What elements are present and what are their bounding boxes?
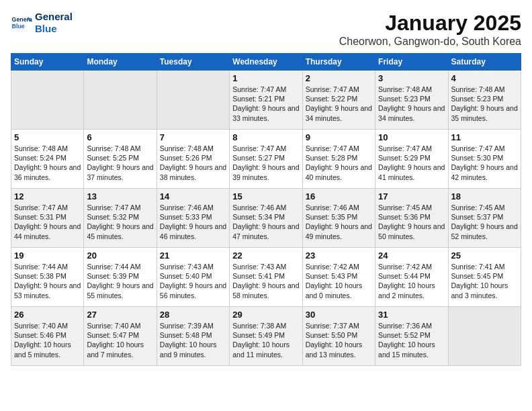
calendar-cell: 20Sunrise: 7:44 AM Sunset: 5:39 PM Dayli… [84, 248, 157, 307]
day-number: 11 [451, 132, 518, 142]
day-number: 18 [451, 191, 518, 201]
calendar-cell: 30Sunrise: 7:37 AM Sunset: 5:50 PM Dayli… [302, 307, 375, 366]
day-number: 31 [378, 310, 445, 320]
calendar-cell: 12Sunrise: 7:47 AM Sunset: 5:31 PM Dayli… [11, 189, 84, 248]
day-info: Sunrise: 7:36 AM Sunset: 5:52 PM Dayligh… [378, 321, 445, 359]
day-info: Sunrise: 7:42 AM Sunset: 5:44 PM Dayligh… [378, 262, 445, 300]
day-info: Sunrise: 7:43 AM Sunset: 5:40 PM Dayligh… [160, 262, 226, 300]
location-subtitle: Cheorwon, Gangwon-do, South Korea [339, 36, 521, 48]
col-header-sunday: Sunday [11, 54, 84, 71]
col-header-saturday: Saturday [448, 54, 521, 71]
day-info: Sunrise: 7:38 AM Sunset: 5:49 PM Dayligh… [232, 321, 299, 359]
day-info: Sunrise: 7:39 AM Sunset: 5:48 PM Dayligh… [160, 321, 226, 359]
calendar-cell: 29Sunrise: 7:38 AM Sunset: 5:49 PM Dayli… [230, 307, 302, 366]
day-info: Sunrise: 7:47 AM Sunset: 5:28 PM Dayligh… [306, 144, 372, 182]
day-info: Sunrise: 7:44 AM Sunset: 5:39 PM Dayligh… [87, 262, 153, 300]
calendar-week-row: 19Sunrise: 7:44 AM Sunset: 5:38 PM Dayli… [11, 248, 521, 307]
calendar-cell: 28Sunrise: 7:39 AM Sunset: 5:48 PM Dayli… [157, 307, 229, 366]
calendar-cell: 5Sunrise: 7:48 AM Sunset: 5:24 PM Daylig… [11, 130, 84, 189]
calendar-cell: 22Sunrise: 7:43 AM Sunset: 5:41 PM Dayli… [230, 248, 302, 307]
calendar-week-row: 5Sunrise: 7:48 AM Sunset: 5:24 PM Daylig… [11, 130, 521, 189]
day-number: 19 [14, 250, 81, 261]
day-number: 8 [232, 132, 299, 142]
calendar-cell: 6Sunrise: 7:48 AM Sunset: 5:25 PM Daylig… [84, 130, 157, 189]
calendar-cell: 24Sunrise: 7:42 AM Sunset: 5:44 PM Dayli… [375, 248, 448, 307]
day-number: 17 [378, 191, 445, 201]
calendar-cell: 17Sunrise: 7:45 AM Sunset: 5:36 PM Dayli… [375, 189, 448, 248]
day-info: Sunrise: 7:48 AM Sunset: 5:23 PM Dayligh… [451, 85, 518, 123]
calendar-week-row: 26Sunrise: 7:40 AM Sunset: 5:46 PM Dayli… [11, 307, 521, 366]
day-number: 23 [306, 250, 372, 261]
calendar-cell [84, 71, 157, 130]
logo: General Blue General Blue [11, 11, 73, 35]
calendar-cell: 18Sunrise: 7:45 AM Sunset: 5:37 PM Dayli… [448, 189, 521, 248]
day-number: 3 [378, 73, 445, 83]
calendar-cell: 31Sunrise: 7:36 AM Sunset: 5:52 PM Dayli… [375, 307, 448, 366]
day-number: 7 [160, 132, 226, 142]
calendar-cell: 27Sunrise: 7:40 AM Sunset: 5:47 PM Dayli… [84, 307, 157, 366]
logo-line1: General [35, 11, 73, 23]
day-number: 24 [378, 250, 445, 261]
day-info: Sunrise: 7:42 AM Sunset: 5:43 PM Dayligh… [306, 262, 372, 300]
calendar-cell: 8Sunrise: 7:47 AM Sunset: 5:27 PM Daylig… [230, 130, 302, 189]
calendar-cell: 19Sunrise: 7:44 AM Sunset: 5:38 PM Dayli… [11, 248, 84, 307]
day-number: 12 [14, 191, 81, 201]
day-number: 20 [87, 250, 153, 261]
day-number: 28 [160, 310, 226, 320]
day-number: 13 [87, 191, 153, 201]
day-info: Sunrise: 7:47 AM Sunset: 5:22 PM Dayligh… [306, 85, 372, 123]
page-header: General Blue General Blue January 2025 C… [11, 11, 521, 48]
day-number: 30 [306, 310, 372, 320]
day-number: 25 [451, 250, 518, 261]
calendar-week-row: 1Sunrise: 7:47 AM Sunset: 5:21 PM Daylig… [11, 71, 521, 130]
calendar-cell: 25Sunrise: 7:41 AM Sunset: 5:45 PM Dayli… [448, 248, 521, 307]
calendar-cell: 26Sunrise: 7:40 AM Sunset: 5:46 PM Dayli… [11, 307, 84, 366]
calendar-cell: 10Sunrise: 7:47 AM Sunset: 5:29 PM Dayli… [375, 130, 448, 189]
day-number: 5 [14, 132, 81, 142]
logo-line2: Blue [35, 23, 73, 35]
day-info: Sunrise: 7:47 AM Sunset: 5:31 PM Dayligh… [14, 203, 81, 241]
day-info: Sunrise: 7:47 AM Sunset: 5:30 PM Dayligh… [451, 144, 518, 182]
day-info: Sunrise: 7:47 AM Sunset: 5:29 PM Dayligh… [378, 144, 445, 182]
calendar-cell: 16Sunrise: 7:46 AM Sunset: 5:35 PM Dayli… [302, 189, 375, 248]
day-number: 15 [232, 191, 299, 201]
calendar-cell: 1Sunrise: 7:47 AM Sunset: 5:21 PM Daylig… [230, 71, 302, 130]
calendar-table: SundayMondayTuesdayWednesdayThursdayFrid… [11, 53, 521, 366]
col-header-thursday: Thursday [302, 54, 375, 71]
calendar-cell [448, 307, 521, 366]
month-title: January 2025 [339, 11, 521, 36]
day-number: 29 [232, 310, 299, 320]
day-info: Sunrise: 7:45 AM Sunset: 5:36 PM Dayligh… [378, 203, 445, 241]
day-info: Sunrise: 7:37 AM Sunset: 5:50 PM Dayligh… [306, 321, 372, 359]
calendar-cell: 14Sunrise: 7:46 AM Sunset: 5:33 PM Dayli… [157, 189, 229, 248]
calendar-cell: 3Sunrise: 7:48 AM Sunset: 5:23 PM Daylig… [375, 71, 448, 130]
day-info: Sunrise: 7:48 AM Sunset: 5:25 PM Dayligh… [87, 144, 153, 182]
calendar-cell: 21Sunrise: 7:43 AM Sunset: 5:40 PM Dayli… [157, 248, 229, 307]
calendar-cell: 15Sunrise: 7:46 AM Sunset: 5:34 PM Dayli… [230, 189, 302, 248]
day-number: 2 [306, 73, 372, 83]
calendar-cell: 4Sunrise: 7:48 AM Sunset: 5:23 PM Daylig… [448, 71, 521, 130]
calendar-cell: 9Sunrise: 7:47 AM Sunset: 5:28 PM Daylig… [302, 130, 375, 189]
calendar-cell: 7Sunrise: 7:48 AM Sunset: 5:26 PM Daylig… [157, 130, 229, 189]
day-info: Sunrise: 7:47 AM Sunset: 5:32 PM Dayligh… [87, 203, 153, 241]
day-info: Sunrise: 7:43 AM Sunset: 5:41 PM Dayligh… [232, 262, 299, 300]
day-number: 4 [451, 73, 518, 83]
day-number: 10 [378, 132, 445, 142]
day-info: Sunrise: 7:46 AM Sunset: 5:34 PM Dayligh… [232, 203, 299, 241]
logo-icon: General Blue [11, 12, 32, 34]
calendar-header-row: SundayMondayTuesdayWednesdayThursdayFrid… [11, 54, 521, 71]
day-info: Sunrise: 7:48 AM Sunset: 5:23 PM Dayligh… [378, 85, 445, 123]
calendar-cell: 13Sunrise: 7:47 AM Sunset: 5:32 PM Dayli… [84, 189, 157, 248]
col-header-monday: Monday [84, 54, 157, 71]
day-number: 6 [87, 132, 153, 142]
day-info: Sunrise: 7:40 AM Sunset: 5:46 PM Dayligh… [14, 321, 81, 359]
title-block: January 2025 Cheorwon, Gangwon-do, South… [339, 11, 521, 48]
calendar-week-row: 12Sunrise: 7:47 AM Sunset: 5:31 PM Dayli… [11, 189, 521, 248]
day-number: 16 [306, 191, 372, 201]
day-info: Sunrise: 7:48 AM Sunset: 5:24 PM Dayligh… [14, 144, 81, 182]
day-info: Sunrise: 7:40 AM Sunset: 5:47 PM Dayligh… [87, 321, 153, 359]
day-info: Sunrise: 7:44 AM Sunset: 5:38 PM Dayligh… [14, 262, 81, 300]
day-info: Sunrise: 7:48 AM Sunset: 5:26 PM Dayligh… [160, 144, 226, 182]
day-number: 26 [14, 310, 81, 320]
day-info: Sunrise: 7:47 AM Sunset: 5:27 PM Dayligh… [232, 144, 299, 182]
